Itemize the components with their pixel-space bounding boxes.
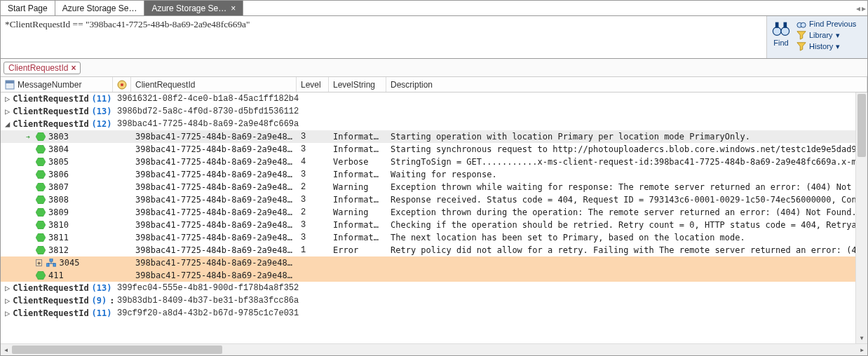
cell-level: 3	[297, 220, 329, 230]
group-row[interactable]: ▷ ClientRequestId (11):39616321-08f2-4ce…	[1, 93, 867, 105]
column-icon	[5, 80, 15, 90]
group-count: (11)	[92, 94, 112, 104]
group-row[interactable]: ▷ ClientRequestId (13):3986bd72-5a8c-4f0…	[1, 105, 867, 118]
group-label: ClientRequestId	[13, 296, 88, 306]
horizontal-scrollbar[interactable]: ◂ ▸	[1, 343, 867, 355]
cell-levelstring: Information	[329, 195, 386, 205]
scroll-down-icon[interactable]: ▾	[856, 333, 867, 343]
diagnostic-icon	[117, 80, 127, 90]
expand-icon[interactable]: ▷	[5, 283, 10, 293]
header-levelstring[interactable]: LevelString	[329, 77, 386, 92]
expand-icon[interactable]: ▷	[5, 94, 10, 104]
cell-levelstring: Warning	[329, 182, 386, 192]
expand-icon[interactable]: ◢	[5, 119, 10, 129]
table-row[interactable]: ➔3806398bac41-7725-484b-8a69-2a9e48fc669…	[1, 168, 867, 181]
cell-clientrequestid: 398bac41-7725-484b-8a69-2a9e48fc669a	[131, 220, 297, 230]
library-button[interactable]: Library ▾	[796, 30, 856, 40]
cell-levelstring: Information	[329, 170, 386, 179]
table-row[interactable]: ➔3812398bac41-7725-484b-8a69-2a9e48fc669…	[1, 244, 867, 256]
message-number: 3805	[48, 157, 69, 167]
tab-label: Azure Storage Se…	[151, 4, 226, 13]
query-input[interactable]	[1, 16, 766, 58]
group-id: 398bac41-7725-484b-8a69-2a9e48fc669a	[113, 119, 303, 129]
tab-azure-1[interactable]: Azure Storage Se…	[55, 1, 145, 15]
table-row[interactable]: ➔3807398bac41-7725-484b-8a69-2a9e48fc669…	[1, 181, 867, 193]
header-description[interactable]: Description	[386, 77, 867, 92]
cell-description: The next location has been set to Primar…	[386, 233, 867, 242]
hex-icon	[36, 221, 46, 229]
group-count: (11)	[92, 308, 112, 318]
table-row[interactable]: ➔3804398bac41-7725-484b-8a69-2a9e48fc669…	[1, 143, 867, 156]
expand-icon[interactable]: ▷	[5, 308, 10, 318]
chevron-right-icon[interactable]: ▸	[862, 4, 866, 13]
find-button[interactable]: Find	[768, 19, 794, 47]
tab-label: Azure Storage Se…	[62, 4, 137, 13]
svg-rect-3	[784, 22, 787, 28]
group-id: 39616321-08f2-4ce0-b1a8-45ac1ff182b4	[113, 94, 303, 104]
find-previous-button[interactable]: Find Previous	[796, 19, 856, 29]
filter-chip-clientrequestid[interactable]: ClientRequestId ×	[4, 62, 81, 74]
message-number: 3045	[59, 258, 79, 268]
cell-description: Exception thrown during the operation: T…	[386, 207, 867, 217]
expand-icon[interactable]: ▷	[5, 107, 10, 116]
svg-marker-10	[36, 132, 46, 141]
message-number: 3806	[48, 170, 69, 179]
tab-label: Start Page	[8, 4, 48, 13]
header-clientrequestid[interactable]: ClientRequestId	[131, 77, 297, 92]
table-row[interactable]: ➔3809398bac41-7725-484b-8a69-2a9e48fc669…	[1, 206, 867, 219]
group-id: 3986bd72-5a8c-4f0d-8730-d5bfd1536112	[113, 107, 303, 116]
svg-marker-12	[36, 158, 46, 166]
table-row[interactable]: ➔3811398bac41-7725-484b-8a69-2a9e48fc669…	[1, 231, 867, 244]
expand-icon[interactable]: ▷	[5, 296, 10, 306]
cell-level: 3	[297, 144, 329, 154]
tab-start-page[interactable]: Start Page	[1, 1, 55, 15]
table-row[interactable]: ➔411398bac41-7725-484b-8a69-2a9e48fc669a	[1, 269, 867, 282]
svg-point-5	[801, 22, 806, 27]
svg-marker-15	[36, 196, 46, 204]
group-row[interactable]: ▷ ClientRequestId (13):399fec04-555e-4b8…	[1, 282, 867, 294]
group-id: 399fec04-555e-4b81-900d-f178b4a8f352	[113, 283, 303, 293]
header-level[interactable]: Level	[297, 77, 329, 92]
close-icon[interactable]: ×	[71, 63, 76, 73]
vertical-scrollbar[interactable]: ▴ ▾	[855, 93, 867, 343]
svg-rect-7	[6, 81, 14, 83]
cell-levelstring: Verbose	[329, 157, 386, 167]
group-row[interactable]: ▷ ClientRequestId (9):39b83db1-8409-4b37…	[1, 294, 867, 307]
funnel-icon	[796, 30, 806, 40]
cell-clientrequestid: 398bac41-7725-484b-8a69-2a9e48fc669a	[131, 132, 297, 142]
tab-scroll-arrows[interactable]: ◂ ▸	[856, 1, 866, 16]
table-row[interactable]: ➔3808398bac41-7725-484b-8a69-2a9e48fc669…	[1, 193, 867, 206]
group-row[interactable]: ◢ ClientRequestId (12):398bac41-7725-484…	[1, 118, 867, 130]
chevron-left-icon[interactable]: ◂	[856, 4, 860, 13]
svg-marker-11	[36, 145, 46, 153]
svg-marker-17	[36, 221, 46, 229]
cell-clientrequestid: 398bac41-7725-484b-8a69-2a9e48fc669a	[131, 170, 297, 179]
find-label: Find	[773, 39, 788, 47]
table-row[interactable]: ➔3803398bac41-7725-484b-8a69-2a9e48fc669…	[1, 130, 867, 143]
cell-clientrequestid: 398bac41-7725-484b-8a69-2a9e48fc669a	[131, 195, 297, 205]
expand-plus-icon[interactable]: +	[36, 259, 42, 266]
cell-level: 3	[297, 132, 329, 142]
header-messagenumber[interactable]: MessageNumber	[1, 77, 113, 92]
tab-azure-2[interactable]: Azure Storage Se… ×	[144, 1, 243, 15]
cell-description: Waiting for response.	[386, 170, 867, 179]
close-icon[interactable]: ×	[231, 4, 236, 13]
scroll-thumb[interactable]	[857, 94, 866, 157]
group-row[interactable]: ▷ ClientRequestId (11):39cf9f20-a8d4-43b…	[1, 307, 867, 320]
table-row[interactable]: ➔+3045398bac41-7725-484b-8a69-2a9e48fc66…	[1, 256, 867, 269]
scroll-right-icon[interactable]: ▸	[857, 344, 867, 355]
scroll-left-icon[interactable]: ◂	[1, 344, 11, 355]
header-label: LevelString	[333, 80, 375, 90]
svg-marker-14	[36, 183, 46, 191]
header-icon-col[interactable]	[113, 77, 131, 92]
table-row[interactable]: ➔3810398bac41-7725-484b-8a69-2a9e48fc669…	[1, 219, 867, 231]
history-button[interactable]: History ▾	[796, 41, 856, 51]
cell-level: 2	[297, 207, 329, 217]
hex-icon	[36, 196, 46, 204]
scroll-thumb[interactable]	[12, 345, 222, 354]
table-row[interactable]: ➔3805398bac41-7725-484b-8a69-2a9e48fc669…	[1, 156, 867, 168]
message-number: 411	[48, 271, 64, 280]
funnel-history-icon	[796, 41, 806, 51]
binoculars-small-icon	[796, 19, 806, 29]
module-icon	[46, 259, 56, 267]
